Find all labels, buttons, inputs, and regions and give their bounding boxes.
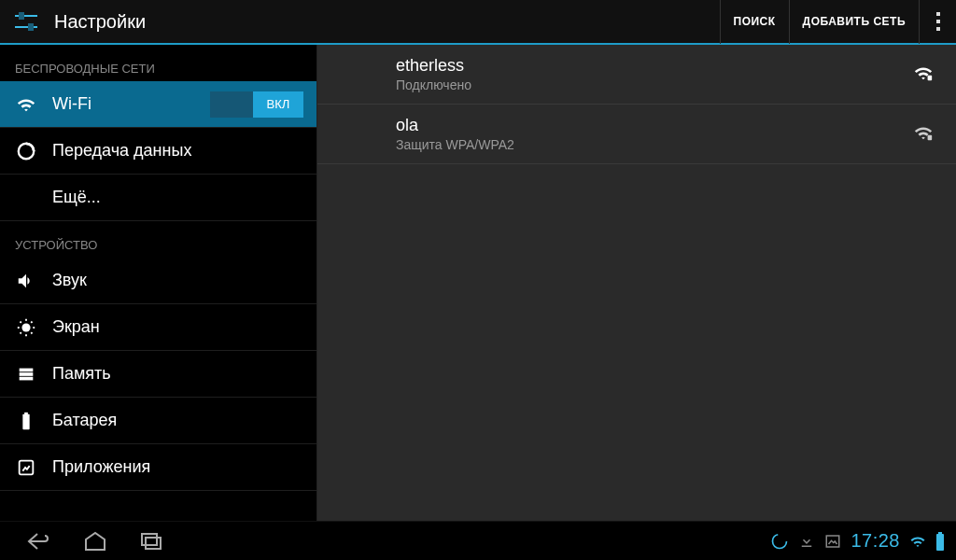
sidebar-item-more[interactable]: Ещё... [0,175,316,221]
sidebar-item-data-usage[interactable]: Передача данных [0,128,316,175]
wifi-network-list: etherless Подключено ola Защита WPA/WPA2 [317,45,956,521]
sidebar-item-battery[interactable]: Батарея [0,398,316,444]
svg-rect-2 [19,12,24,20]
display-icon [13,315,39,341]
content-area: БЕСПРОВОДНЫЕ СЕТИ Wi-Fi ВКЛ Передача дан… [0,45,956,521]
svg-rect-8 [20,376,34,380]
sidebar-item-storage[interactable]: Память [0,351,316,398]
more-label: Ещё... [52,188,303,207]
wifi-toggle[interactable]: ВКЛ [210,91,303,118]
recent-apps-button[interactable] [123,522,179,561]
network-name: ola [396,116,913,135]
back-button[interactable] [11,522,67,561]
svg-rect-1 [15,26,37,28]
svg-rect-12 [928,75,933,80]
data-usage-label: Передача данных [52,141,303,161]
status-area[interactable]: 17:28 [770,530,945,552]
search-action[interactable]: ПОИСК [720,0,789,44]
sidebar-item-sound[interactable]: Звук [0,258,316,304]
battery-label: Батарея [52,411,303,430]
wifi-label: Wi-Fi [52,94,210,114]
battery-status-icon [935,532,945,551]
picture-icon [824,533,841,550]
wifi-toggle-label: ВКЛ [253,91,303,118]
display-label: Экран [52,317,303,337]
overflow-menu[interactable] [919,0,956,44]
battery-icon [13,408,39,434]
wifi-status-icon [909,533,926,550]
home-button[interactable] [67,522,123,561]
settings-app-icon [6,1,47,42]
apps-label: Приложения [52,457,303,477]
data-usage-icon [13,138,39,164]
svg-rect-3 [28,23,34,31]
sync-icon [770,532,789,551]
network-name: etherless [396,56,913,76]
wifi-icon [13,91,39,118]
wireless-section-header: БЕСПРОВОДНЫЕ СЕТИ [0,45,316,81]
navigation-bar: 17:28 [0,521,956,560]
storage-icon [13,361,39,387]
network-item[interactable]: ola Защита WPA/WPA2 [317,105,956,164]
svg-rect-7 [20,372,34,376]
action-bar: Настройки ПОИСК ДОБАВИТЬ СЕТЬ [0,0,956,45]
network-item[interactable]: etherless Подключено [317,45,956,105]
svg-rect-15 [146,538,161,549]
svg-rect-10 [24,412,28,414]
sidebar-item-display[interactable]: Экран [0,304,316,351]
svg-rect-0 [15,15,37,17]
sidebar-item-wifi[interactable]: Wi-Fi ВКЛ [0,81,316,128]
sound-icon [13,268,39,294]
svg-point-5 [21,323,30,331]
svg-rect-18 [936,534,944,551]
settings-sidebar: БЕСПРОВОДНЫЕ СЕТИ Wi-Fi ВКЛ Передача дан… [0,45,317,521]
apps-icon [13,455,39,481]
storage-label: Память [52,364,303,384]
add-network-action[interactable]: ДОБАВИТЬ СЕТЬ [789,0,919,44]
sidebar-item-apps[interactable]: Приложения [0,444,316,491]
svg-rect-6 [20,368,34,371]
download-icon [798,533,815,550]
svg-rect-19 [938,532,942,535]
svg-rect-14 [142,534,157,545]
wifi-signal-icon [913,63,934,87]
svg-point-16 [773,534,787,548]
sound-label: Звук [52,271,303,290]
clock: 17:28 [851,530,900,552]
wifi-signal-icon [913,122,934,147]
network-status: Подключено [396,77,913,92]
svg-rect-9 [22,413,29,429]
device-section-header: УСТРОЙСТВО [0,221,316,258]
network-status: Защита WPA/WPA2 [396,137,913,152]
page-title: Настройки [54,11,720,33]
svg-rect-13 [928,134,933,140]
